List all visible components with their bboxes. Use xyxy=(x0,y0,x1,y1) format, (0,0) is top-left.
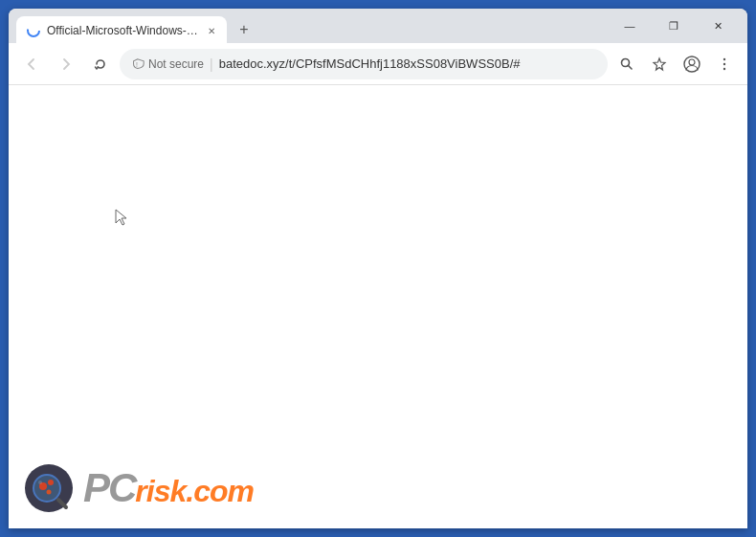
title-bar: Official-Microsoft-Windows-Help ✕ + — ❐ … xyxy=(9,9,747,43)
address-bar[interactable]: ! Not secure | batedoc.xyz/t/CPfsfMSdCHh… xyxy=(120,49,608,79)
tab-title: Official-Microsoft-Windows-Help xyxy=(47,24,198,37)
active-tab[interactable]: Official-Microsoft-Windows-Help ✕ xyxy=(16,16,227,45)
pcrisk-logo-icon xyxy=(24,463,74,513)
reload-icon xyxy=(93,56,108,72)
watermark-brand: PCrisk.com xyxy=(83,468,254,508)
browser-window: Official-Microsoft-Windows-Help ✕ + — ❐ … xyxy=(9,9,747,528)
svg-point-7 xyxy=(723,57,725,59)
minimize-button[interactable]: — xyxy=(608,11,652,41)
forward-button[interactable] xyxy=(51,49,81,79)
toolbar-actions xyxy=(611,49,740,79)
window-controls: — ❐ ✕ xyxy=(608,11,740,41)
security-indicator[interactable]: ! Not secure xyxy=(131,57,204,71)
new-tab-button[interactable]: + xyxy=(231,16,257,43)
tab-close-button[interactable]: ✕ xyxy=(204,23,219,38)
search-icon xyxy=(619,56,634,72)
svg-point-16 xyxy=(38,481,42,484)
back-button[interactable] xyxy=(16,49,47,79)
svg-line-3 xyxy=(629,65,633,69)
mouse-cursor xyxy=(114,208,129,231)
svg-marker-4 xyxy=(654,58,665,70)
page-content: PCrisk.com xyxy=(9,85,747,528)
account-icon xyxy=(683,56,700,73)
forward-icon xyxy=(58,56,74,72)
svg-point-9 xyxy=(723,67,725,69)
tab-favicon xyxy=(26,23,41,38)
tabs-area: Official-Microsoft-Windows-Help ✕ + xyxy=(16,9,600,43)
address-url: batedoc.xyz/t/CPfsfMSdCHhfj1188xSS08ViBW… xyxy=(219,56,596,71)
toolbar: ! Not secure | batedoc.xyz/t/CPfsfMSdCHh… xyxy=(9,43,747,85)
menu-icon xyxy=(717,56,732,72)
svg-point-12 xyxy=(33,475,60,502)
watermark-pc: PC xyxy=(83,468,135,508)
svg-point-14 xyxy=(48,480,54,485)
account-button[interactable] xyxy=(677,49,707,79)
svg-text:!: ! xyxy=(136,61,138,68)
address-divider: | xyxy=(210,56,213,72)
svg-point-6 xyxy=(689,59,695,65)
restore-button[interactable]: ❐ xyxy=(652,11,696,41)
lock-warning-icon: ! xyxy=(131,57,145,71)
menu-button[interactable] xyxy=(709,49,740,79)
search-button[interactable] xyxy=(611,49,642,79)
svg-point-8 xyxy=(723,62,725,64)
loading-spinner-icon xyxy=(26,23,41,38)
svg-point-0 xyxy=(28,25,39,36)
back-icon xyxy=(24,56,39,72)
star-icon xyxy=(652,56,667,72)
close-button[interactable]: ✕ xyxy=(696,11,740,41)
svg-point-15 xyxy=(47,490,52,495)
security-text: Not secure xyxy=(148,57,204,71)
watermark: PCrisk.com xyxy=(24,463,254,513)
bookmark-button[interactable] xyxy=(644,49,675,79)
watermark-risk-com: risk.com xyxy=(135,476,254,506)
reload-button[interactable] xyxy=(85,49,116,79)
